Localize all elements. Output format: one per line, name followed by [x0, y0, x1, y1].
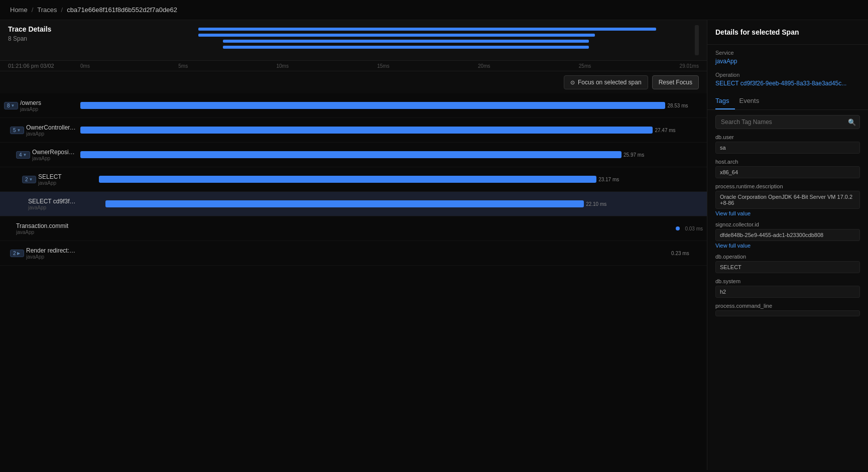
span-badge-arrow: ▼ [23, 153, 27, 157]
span-left: 4▼OwnerRepository.findByLa...javaApp [0, 146, 80, 164]
breadcrumb-home[interactable]: Home [10, 6, 28, 14]
operation-section: Operation SELECT cd9f3f26-9eeb-4895-8a33… [707, 67, 868, 89]
span-name: SELECT [38, 173, 62, 180]
span-right: 28.53 ms [80, 93, 707, 117]
tag-item: process.runtime.descriptionOracle Corpor… [715, 183, 860, 216]
time-tick-2: 10ms [276, 63, 288, 69]
tag-item: db.operationSELECT [715, 254, 860, 273]
span-duration-inline: 0.23 ms [671, 251, 689, 256]
span-badge[interactable]: 2▼ [22, 176, 36, 183]
breadcrumb-sep1: / [32, 6, 34, 14]
span-name-col: /ownersjavaApp [20, 99, 41, 112]
details-tabs: TagsEvents [707, 93, 868, 110]
span-left: 5▼OwnerController.processF...javaApp [0, 121, 80, 140]
breadcrumb-traces[interactable]: Traces [37, 6, 57, 14]
span-row[interactable]: Transaction.commitjavaApp0.03 ms [0, 216, 707, 241]
span-name: Render redirect:/owners/11 [26, 247, 76, 254]
tab-tags[interactable]: Tags [715, 93, 735, 109]
span-badge-arrow: ▼ [29, 177, 33, 182]
tags-list: db.usersahost.archx86_64process.runtime.… [707, 134, 868, 470]
span-row[interactable]: 4▼OwnerRepository.findByLa...javaApp25.9… [0, 143, 707, 167]
filter-icon: ⊙ [570, 79, 575, 86]
view-full-value-link[interactable]: View full value [715, 210, 860, 216]
minimap-bar-3 [223, 46, 589, 49]
trace-title: Trace Details [8, 25, 88, 33]
tag-value: x86_64 [715, 166, 860, 178]
tag-item: host.archx86_64 [715, 159, 860, 178]
span-badge[interactable]: 4▼ [16, 151, 30, 159]
view-full-value-link[interactable]: View full value [715, 243, 860, 249]
span-right: 25.97 ms [80, 143, 707, 167]
span-bar-container: 22.10 ms [105, 199, 606, 208]
span-badge[interactable]: 5▼ [10, 127, 24, 134]
reset-focus-button[interactable]: Reset Focus [652, 75, 699, 89]
tag-name: db.user [715, 134, 860, 140]
span-row[interactable]: SELECT cd9f3f26-9eeb-4...javaApp22.10 ms [0, 192, 707, 216]
span-duration-inline: 28.53 ms [667, 103, 688, 108]
minimap-bar-2 [223, 40, 589, 43]
span-name: OwnerController.processF... [26, 124, 76, 131]
time-axis-ticks: 0ms5ms10ms15ms20ms25ms29.01ms [80, 63, 707, 69]
span-right: 0.03 ms [80, 216, 707, 241]
span-bar [80, 102, 665, 109]
span-name-col: Render redirect:/owners/11javaApp [26, 247, 76, 260]
trace-header: Trace Details 8 Span [0, 20, 707, 61]
span-row[interactable]: 8▼/ownersjavaApp28.53 ms [0, 93, 707, 118]
tag-name: db.operation [715, 254, 860, 260]
tag-search-input[interactable] [715, 115, 860, 129]
span-row[interactable]: 5▼OwnerController.processF...javaApp27.4… [0, 118, 707, 143]
span-right: 23.17 ms [80, 167, 707, 191]
span-badge-arrow: ▼ [11, 103, 15, 108]
tag-item: signoz.collector.iddfde848b-25e9-4455-ad… [715, 221, 860, 249]
span-bar [99, 176, 596, 183]
tag-value: sa [715, 142, 860, 154]
tag-name: signoz.collector.id [715, 221, 860, 227]
tag-name: host.arch [715, 159, 860, 165]
tag-name: process.runtime.description [715, 183, 860, 189]
service-section: Service javaApp [707, 45, 868, 67]
focus-controls: ⊙ Focus on selected span Reset Focus [0, 71, 707, 93]
span-badge[interactable]: 8▼ [4, 102, 18, 109]
main-layout: Trace Details 8 Span 01:21:06 pm 03/02 0… [0, 20, 868, 470]
minimap-scrollbar[interactable] [695, 25, 699, 55]
time-tick-3: 15ms [377, 63, 389, 69]
time-tick-0: 0ms [80, 63, 90, 69]
span-row[interactable]: 2▼SELECTjavaApp23.17 ms [0, 167, 707, 192]
span-badge-count: 2 [13, 251, 16, 256]
span-duration-inline: 27.47 ms [655, 128, 675, 133]
span-badge[interactable]: 2▶ [10, 250, 24, 257]
time-tick-1: 5ms [178, 63, 188, 69]
tab-events[interactable]: Events [739, 93, 765, 109]
span-bar [80, 151, 622, 158]
tag-item: db.usersa [715, 134, 860, 154]
span-service: javaApp [28, 205, 76, 210]
focus-label: Focus on selected span [578, 79, 642, 86]
span-service: javaApp [38, 180, 62, 186]
span-badge-count: 8 [7, 103, 10, 108]
tag-value: SELECT [715, 261, 860, 273]
span-service: javaApp [16, 229, 68, 235]
operation-label: Operation [715, 72, 860, 78]
tag-value [715, 310, 860, 316]
service-label: Service [715, 50, 860, 56]
time-axis-datetime: 01:21:06 pm 03/02 [0, 63, 80, 69]
span-name-col: OwnerController.processF...javaApp [26, 124, 76, 137]
span-name: Transaction.commit [16, 222, 68, 229]
span-row[interactable]: 2▶Render redirect:/owners/11javaApp0.23 … [0, 241, 707, 266]
span-left: 2▼SELECTjavaApp [0, 170, 80, 189]
spans-container[interactable]: 8▼/ownersjavaApp28.53 ms5▼OwnerControlle… [0, 93, 707, 470]
span-bar [105, 200, 584, 207]
tag-value: h2 [715, 286, 860, 298]
tag-item: db.systemh2 [715, 278, 860, 298]
span-left: Transaction.commitjavaApp [0, 219, 80, 238]
span-name: SELECT cd9f3f26-9eeb-4... [28, 198, 76, 205]
tag-value: Oracle Corporation OpenJDK 64-Bit Server… [715, 191, 860, 209]
span-left: SELECT cd9f3f26-9eeb-4...javaApp [0, 195, 80, 213]
span-duration: 0.03 ms [685, 226, 703, 231]
span-name-col: SELECTjavaApp [38, 173, 62, 186]
span-bar-container: 0.23 ms [669, 249, 682, 258]
breadcrumb: Home / Traces / cba71e66e8f161f8d6b552d2… [0, 0, 868, 20]
span-bar-container: 25.97 ms [80, 150, 644, 159]
minimap-bar-1 [198, 34, 595, 37]
focus-button[interactable]: ⊙ Focus on selected span [564, 75, 648, 89]
